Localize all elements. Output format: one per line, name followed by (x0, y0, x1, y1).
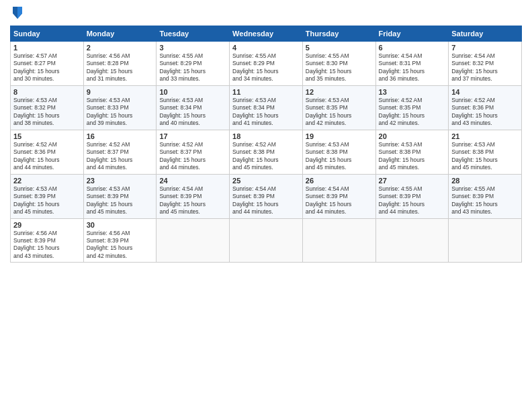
calendar-cell (302, 218, 375, 263)
calendar-cell: 17 Sunrise: 4:52 AM Sunset: 8:37 PM Dayl… (157, 130, 230, 174)
day-number: 13 (379, 88, 446, 96)
day-header-monday: Monday (83, 26, 157, 42)
day-number: 18 (232, 132, 300, 140)
calendar-cell: 13 Sunrise: 4:52 AM Sunset: 8:35 PM Dayl… (375, 85, 449, 130)
calendar-cell (375, 218, 449, 263)
day-info: Sunrise: 4:52 AM Sunset: 8:38 PM Dayligh… (232, 141, 300, 172)
day-info: Sunrise: 4:55 AM Sunset: 8:30 PM Dayligh… (306, 52, 373, 83)
day-info: Sunrise: 4:54 AM Sunset: 8:39 PM Dayligh… (306, 185, 373, 216)
day-header-thursday: Thursday (302, 26, 375, 42)
day-number: 7 (451, 44, 519, 52)
day-info: Sunrise: 4:52 AM Sunset: 8:36 PM Dayligh… (13, 141, 81, 172)
svg-marker-1 (17, 7, 22, 19)
calendar-cell: 26 Sunrise: 4:54 AM Sunset: 8:39 PM Dayl… (302, 174, 375, 218)
logo-icon (11, 5, 24, 20)
calendar-cell: 14 Sunrise: 4:52 AM Sunset: 8:36 PM Dayl… (449, 85, 522, 130)
day-number: 14 (451, 88, 519, 96)
day-info: Sunrise: 4:52 AM Sunset: 8:37 PM Dayligh… (87, 141, 154, 172)
calendar-cell: 16 Sunrise: 4:52 AM Sunset: 8:37 PM Dayl… (83, 130, 157, 174)
calendar-cell: 9 Sunrise: 4:53 AM Sunset: 8:33 PM Dayli… (83, 85, 157, 130)
day-number: 24 (159, 177, 226, 185)
day-number: 17 (159, 132, 226, 140)
calendar-cell (157, 218, 230, 263)
day-number: 1 (13, 44, 81, 52)
day-number: 27 (379, 177, 446, 185)
day-info: Sunrise: 4:54 AM Sunset: 8:39 PM Dayligh… (159, 185, 226, 216)
calendar-week-row: 1 Sunrise: 4:57 AM Sunset: 8:27 PM Dayli… (11, 42, 522, 86)
calendar-cell: 15 Sunrise: 4:52 AM Sunset: 8:36 PM Dayl… (11, 130, 84, 174)
day-number: 19 (306, 132, 373, 140)
day-number: 22 (13, 177, 81, 185)
calendar-cell: 4 Sunrise: 4:55 AM Sunset: 8:29 PM Dayli… (230, 42, 303, 86)
calendar-cell: 5 Sunrise: 4:55 AM Sunset: 8:30 PM Dayli… (302, 42, 375, 86)
day-info: Sunrise: 4:54 AM Sunset: 8:31 PM Dayligh… (379, 52, 446, 83)
calendar-cell: 11 Sunrise: 4:53 AM Sunset: 8:34 PM Dayl… (230, 85, 303, 130)
calendar-cell: 27 Sunrise: 4:55 AM Sunset: 8:39 PM Dayl… (375, 174, 449, 218)
day-number: 10 (159, 88, 226, 96)
day-info: Sunrise: 4:53 AM Sunset: 8:38 PM Dayligh… (306, 141, 373, 172)
day-info: Sunrise: 4:53 AM Sunset: 8:38 PM Dayligh… (451, 141, 519, 172)
day-number: 23 (87, 177, 154, 185)
day-info: Sunrise: 4:53 AM Sunset: 8:39 PM Dayligh… (87, 185, 154, 216)
calendar-header-row: SundayMondayTuesdayWednesdayThursdayFrid… (11, 26, 522, 42)
calendar-cell (449, 218, 522, 263)
calendar-week-row: 8 Sunrise: 4:53 AM Sunset: 8:32 PM Dayli… (11, 85, 522, 130)
calendar-cell: 29 Sunrise: 4:56 AM Sunset: 8:39 PM Dayl… (11, 218, 84, 263)
day-info: Sunrise: 4:55 AM Sunset: 8:29 PM Dayligh… (232, 52, 300, 83)
day-number: 4 (232, 44, 300, 52)
calendar-cell (230, 218, 303, 263)
calendar-cell: 25 Sunrise: 4:54 AM Sunset: 8:39 PM Dayl… (230, 174, 303, 218)
day-number: 8 (13, 88, 81, 96)
day-number: 29 (13, 221, 81, 229)
day-info: Sunrise: 4:53 AM Sunset: 8:34 PM Dayligh… (159, 97, 226, 128)
calendar-week-row: 22 Sunrise: 4:53 AM Sunset: 8:39 PM Dayl… (11, 174, 522, 218)
day-info: Sunrise: 4:53 AM Sunset: 8:33 PM Dayligh… (87, 97, 154, 128)
day-info: Sunrise: 4:53 AM Sunset: 8:32 PM Dayligh… (13, 97, 81, 128)
day-info: Sunrise: 4:56 AM Sunset: 8:39 PM Dayligh… (87, 230, 154, 261)
day-info: Sunrise: 4:52 AM Sunset: 8:36 PM Dayligh… (451, 97, 519, 128)
logo (10, 7, 24, 20)
calendar-week-row: 15 Sunrise: 4:52 AM Sunset: 8:36 PM Dayl… (11, 130, 522, 174)
day-info: Sunrise: 4:53 AM Sunset: 8:38 PM Dayligh… (379, 141, 446, 172)
day-number: 6 (379, 44, 446, 52)
day-header-wednesday: Wednesday (230, 26, 303, 42)
day-number: 9 (87, 88, 154, 96)
day-header-friday: Friday (375, 26, 449, 42)
calendar-cell: 24 Sunrise: 4:54 AM Sunset: 8:39 PM Dayl… (157, 174, 230, 218)
calendar-cell: 19 Sunrise: 4:53 AM Sunset: 8:38 PM Dayl… (302, 130, 375, 174)
day-info: Sunrise: 4:53 AM Sunset: 8:35 PM Dayligh… (306, 97, 373, 128)
day-number: 3 (159, 44, 226, 52)
calendar-cell: 30 Sunrise: 4:56 AM Sunset: 8:39 PM Dayl… (83, 218, 157, 263)
header (10, 7, 522, 20)
day-info: Sunrise: 4:57 AM Sunset: 8:27 PM Dayligh… (13, 52, 81, 83)
calendar-cell: 7 Sunrise: 4:54 AM Sunset: 8:32 PM Dayli… (449, 42, 522, 86)
day-number: 25 (232, 177, 300, 185)
day-info: Sunrise: 4:53 AM Sunset: 8:39 PM Dayligh… (13, 185, 81, 216)
day-info: Sunrise: 4:56 AM Sunset: 8:28 PM Dayligh… (87, 52, 154, 83)
day-number: 11 (232, 88, 300, 96)
day-info: Sunrise: 4:55 AM Sunset: 8:29 PM Dayligh… (159, 52, 226, 83)
day-info: Sunrise: 4:52 AM Sunset: 8:37 PM Dayligh… (159, 141, 226, 172)
calendar-cell: 10 Sunrise: 4:53 AM Sunset: 8:34 PM Dayl… (157, 85, 230, 130)
calendar-cell: 21 Sunrise: 4:53 AM Sunset: 8:38 PM Dayl… (449, 130, 522, 174)
day-number: 16 (87, 132, 154, 140)
day-header-sunday: Sunday (11, 26, 84, 42)
calendar-cell: 18 Sunrise: 4:52 AM Sunset: 8:38 PM Dayl… (230, 130, 303, 174)
calendar-cell: 2 Sunrise: 4:56 AM Sunset: 8:28 PM Dayli… (83, 42, 157, 86)
day-number: 26 (306, 177, 373, 185)
day-number: 21 (451, 132, 519, 140)
day-number: 30 (87, 221, 154, 229)
day-number: 15 (13, 132, 81, 140)
day-header-saturday: Saturday (449, 26, 522, 42)
day-number: 5 (306, 44, 373, 52)
calendar-week-row: 29 Sunrise: 4:56 AM Sunset: 8:39 PM Dayl… (11, 218, 522, 263)
day-info: Sunrise: 4:54 AM Sunset: 8:39 PM Dayligh… (232, 185, 300, 216)
day-number: 2 (87, 44, 154, 52)
calendar: SundayMondayTuesdayWednesdayThursdayFrid… (10, 26, 522, 263)
day-number: 12 (306, 88, 373, 96)
page: SundayMondayTuesdayWednesdayThursdayFrid… (0, 0, 532, 411)
day-info: Sunrise: 4:52 AM Sunset: 8:35 PM Dayligh… (379, 97, 446, 128)
logo-text (10, 7, 24, 20)
calendar-cell: 12 Sunrise: 4:53 AM Sunset: 8:35 PM Dayl… (302, 85, 375, 130)
calendar-cell: 22 Sunrise: 4:53 AM Sunset: 8:39 PM Dayl… (11, 174, 84, 218)
